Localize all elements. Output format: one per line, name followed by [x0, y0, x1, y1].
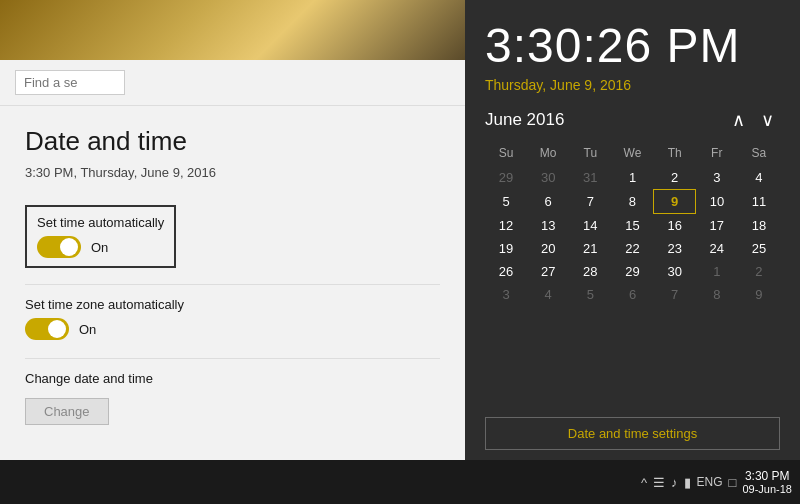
calendar-day[interactable]: 4 [738, 166, 780, 190]
calendar-day[interactable]: 28 [569, 260, 611, 283]
calendar-day[interactable]: 11 [738, 189, 780, 213]
taskbar-clock[interactable]: 3:30 PM 09-Jun-18 [742, 469, 792, 495]
page-title: Date and time [25, 126, 440, 157]
calendar-day[interactable]: 17 [696, 213, 738, 237]
clock-date: Thursday, June 9, 2016 [485, 77, 780, 93]
calendar-weekday: Tu [569, 143, 611, 166]
calendar-day[interactable]: 26 [485, 260, 527, 283]
taskbar: ^ ☰ ♪ ▮ ENG □ 3:30 PM 09-Jun-18 [0, 460, 800, 504]
set-time-auto-toggle-row: On [37, 236, 164, 258]
language-indicator[interactable]: ENG [697, 475, 723, 489]
calendar-day[interactable]: 16 [654, 213, 696, 237]
calendar-day[interactable]: 3 [696, 166, 738, 190]
battery-icon[interactable]: ▮ [684, 475, 691, 490]
calendar-weekday: Mo [527, 143, 569, 166]
change-datetime-label: Change date and time [25, 371, 440, 386]
set-timezone-auto-label: Set time zone automatically [25, 297, 440, 312]
calendar-weekday: Th [654, 143, 696, 166]
divider-2 [25, 358, 440, 359]
set-timezone-auto-section: Set time zone automatically On [25, 297, 440, 340]
change-button[interactable]: Change [25, 398, 109, 425]
calendar-day[interactable]: 5 [569, 283, 611, 306]
calendar-day[interactable]: 2 [738, 260, 780, 283]
calendar-day[interactable]: 30 [654, 260, 696, 283]
set-timezone-auto-state: On [79, 322, 96, 337]
calendar-day[interactable]: 6 [527, 189, 569, 213]
settings-panel: Date and time 3:30 PM, Thursday, June 9,… [0, 0, 465, 460]
calendar-grid: SuMoTuWeThFrSa 2930311234567891011121314… [485, 143, 780, 306]
calendar-day[interactable]: 13 [527, 213, 569, 237]
set-time-auto-toggle[interactable] [37, 236, 81, 258]
calendar-day[interactable]: 4 [527, 283, 569, 306]
date-time-settings-link[interactable]: Date and time settings [485, 417, 780, 450]
calendar-day[interactable]: 24 [696, 237, 738, 260]
calendar-nav: ∧ ∨ [726, 109, 780, 131]
calendar-day[interactable]: 6 [611, 283, 653, 306]
toggle-knob [60, 238, 78, 256]
taskbar-time: 3:30 PM [742, 469, 792, 483]
calendar-month-year: June 2016 [485, 110, 564, 130]
clock-panel: 3:30:26 PM Thursday, June 9, 2016 June 2… [465, 0, 800, 460]
current-datetime: 3:30 PM, Thursday, June 9, 2016 [25, 165, 440, 180]
set-timezone-auto-toggle[interactable] [25, 318, 69, 340]
set-timezone-auto-toggle-row: On [25, 318, 440, 340]
calendar-day[interactable]: 29 [611, 260, 653, 283]
calendar-day[interactable]: 2 [654, 166, 696, 190]
calendar-body: 2930311234567891011121314151617181920212… [485, 166, 780, 306]
calendar-row: 2930311234 [485, 166, 780, 190]
calendar-day[interactable]: 7 [569, 189, 611, 213]
calendar-weekdays-row: SuMoTuWeThFrSa [485, 143, 780, 166]
calendar-day[interactable]: 27 [527, 260, 569, 283]
volume-icon[interactable]: ♪ [671, 475, 678, 490]
settings-search-bar [0, 60, 465, 106]
calendar-day[interactable]: 18 [738, 213, 780, 237]
calendar-header: June 2016 ∧ ∨ [485, 109, 780, 131]
calendar-day[interactable]: 21 [569, 237, 611, 260]
toggle-knob-2 [48, 320, 66, 338]
chat-icon[interactable]: □ [729, 475, 737, 490]
calendar-day[interactable]: 23 [654, 237, 696, 260]
calendar-day[interactable]: 29 [485, 166, 527, 190]
settings-top-image [0, 0, 465, 60]
calendar-day[interactable]: 12 [485, 213, 527, 237]
clock-time: 3:30:26 PM [485, 20, 780, 73]
set-time-auto-state: On [91, 240, 108, 255]
up-arrow-icon[interactable]: ^ [641, 475, 647, 490]
calendar-weekday: Sa [738, 143, 780, 166]
calendar-weekday: Fr [696, 143, 738, 166]
calendar-day[interactable]: 15 [611, 213, 653, 237]
calendar-day[interactable]: 7 [654, 283, 696, 306]
calendar-day[interactable]: 30 [527, 166, 569, 190]
calendar-row: 567891011 [485, 189, 780, 213]
calendar-day[interactable]: 9 [654, 189, 696, 213]
calendar-container: June 2016 ∧ ∨ SuMoTuWeThFrSa 29303112345… [485, 109, 780, 407]
calendar-day[interactable]: 19 [485, 237, 527, 260]
taskbar-date: 09-Jun-18 [742, 483, 792, 495]
calendar-row: 262728293012 [485, 260, 780, 283]
calendar-next-btn[interactable]: ∨ [755, 109, 780, 131]
calendar-day[interactable]: 25 [738, 237, 780, 260]
calendar-weekday: Su [485, 143, 527, 166]
calendar-day[interactable]: 9 [738, 283, 780, 306]
calendar-day[interactable]: 10 [696, 189, 738, 213]
calendar-day[interactable]: 20 [527, 237, 569, 260]
calendar-day[interactable]: 14 [569, 213, 611, 237]
calendar-day[interactable]: 31 [569, 166, 611, 190]
calendar-day[interactable]: 8 [696, 283, 738, 306]
calendar-day[interactable]: 8 [611, 189, 653, 213]
calendar-day[interactable]: 3 [485, 283, 527, 306]
calendar-day[interactable]: 5 [485, 189, 527, 213]
settings-content: Date and time 3:30 PM, Thursday, June 9,… [0, 106, 465, 463]
calendar-day[interactable]: 1 [696, 260, 738, 283]
change-datetime-section: Change date and time Change [25, 371, 440, 425]
search-input[interactable] [15, 70, 125, 95]
network-icon[interactable]: ☰ [653, 475, 665, 490]
calendar-row: 3456789 [485, 283, 780, 306]
set-time-auto-section: Set time automatically On [25, 205, 176, 268]
calendar-prev-btn[interactable]: ∧ [726, 109, 751, 131]
calendar-weekday: We [611, 143, 653, 166]
calendar-day[interactable]: 22 [611, 237, 653, 260]
divider-1 [25, 284, 440, 285]
set-time-auto-label: Set time automatically [37, 215, 164, 230]
calendar-day[interactable]: 1 [611, 166, 653, 190]
